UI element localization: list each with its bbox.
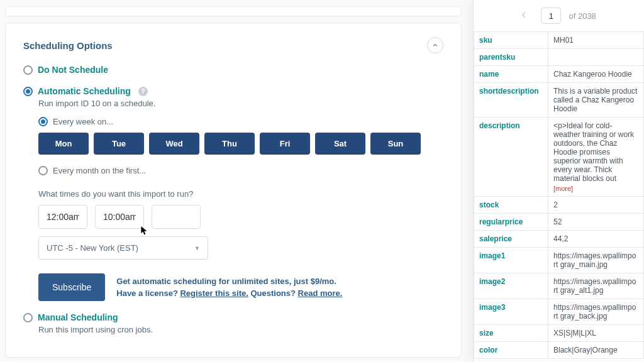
table-row: sizeXS|S|M|L|XL bbox=[474, 325, 644, 342]
day-buttons: Mon Tue Wed Thu Fri Sat Sun bbox=[38, 133, 443, 155]
register-site-link[interactable]: Register this site. bbox=[180, 288, 248, 298]
timezone-value: UTC -5 - New York (EST) bbox=[47, 243, 138, 253]
field-value bbox=[548, 49, 644, 66]
record-sidebar: ‹ of 2038 skuMH01parentskunameChaz Kange… bbox=[473, 0, 644, 362]
panel-title: Scheduling Options bbox=[23, 40, 113, 51]
table-row: description<p>Ideal for cold-weather tra… bbox=[474, 118, 644, 197]
table-row: image1https://images.wpallimport gray_ma… bbox=[474, 248, 644, 273]
table-row: regularprice52 bbox=[474, 214, 644, 231]
time-input-1[interactable] bbox=[38, 205, 87, 229]
chevron-down-icon: ▼ bbox=[194, 245, 200, 251]
field-value: XS|S|M|L|XL bbox=[548, 325, 644, 342]
day-thu[interactable]: Thu bbox=[204, 133, 255, 155]
field-key: image3 bbox=[474, 299, 548, 325]
radio-weekly[interactable] bbox=[38, 117, 48, 126]
day-fri[interactable]: Fri bbox=[260, 133, 310, 155]
read-more-link[interactable]: Read more. bbox=[298, 288, 343, 298]
field-key: image1 bbox=[474, 248, 548, 273]
field-value: MH01 bbox=[548, 32, 644, 49]
field-value: 44,2 bbox=[548, 231, 644, 248]
radio-do-not-schedule[interactable] bbox=[23, 65, 33, 75]
day-sat[interactable]: Sat bbox=[315, 133, 365, 155]
time-input-3[interactable] bbox=[152, 205, 201, 229]
field-key: saleprice bbox=[474, 231, 548, 248]
monthly-label: Every month on the first... bbox=[53, 166, 146, 175]
field-value: https://images.wpallimport gray_back.jpg bbox=[548, 299, 644, 325]
day-mon[interactable]: Mon bbox=[38, 133, 89, 155]
field-key: regularprice bbox=[474, 214, 548, 231]
table-row: parentsku bbox=[474, 49, 644, 66]
automatic-desc: Run import ID 10 on a schedule. bbox=[38, 99, 443, 108]
subscribe-message: Get automatic scheduling for unlimited s… bbox=[116, 275, 342, 300]
field-value: <p>Ideal for cold-weather training or wo… bbox=[548, 118, 644, 197]
table-row: colorBlack|Gray|Orange bbox=[474, 342, 644, 359]
record-fields-table: skuMH01parentskunameChaz Kangeroo Hoodie… bbox=[474, 31, 644, 359]
pager: ‹ of 2038 bbox=[474, 0, 644, 31]
page-number-input[interactable] bbox=[541, 8, 561, 24]
do-not-schedule-label: Do Not Schedule bbox=[38, 65, 108, 75]
table-row: saleprice44,2 bbox=[474, 231, 644, 248]
top-panel-stub bbox=[5, 6, 462, 16]
table-row: skuMH01 bbox=[474, 32, 644, 49]
automatic-label: Automatic Scheduling bbox=[38, 86, 131, 96]
radio-automatic[interactable] bbox=[23, 87, 33, 96]
radio-monthly[interactable] bbox=[38, 166, 48, 175]
field-value: Chaz Kangeroo Hoodie bbox=[548, 66, 644, 83]
chevron-up-icon bbox=[431, 41, 439, 49]
table-row: image2https://images.wpallimport gray_al… bbox=[474, 273, 644, 299]
field-key: shortdescription bbox=[474, 83, 548, 118]
manual-desc: Run this import using cron jobs. bbox=[38, 325, 443, 334]
time-input-2[interactable] bbox=[95, 205, 144, 229]
pager-back-icon[interactable]: ‹ bbox=[521, 6, 526, 23]
field-value: Black|Gray|Orange bbox=[548, 342, 644, 359]
field-key: stock bbox=[474, 197, 548, 214]
timezone-select[interactable]: UTC -5 - New York (EST) ▼ bbox=[38, 236, 208, 260]
field-key: size bbox=[474, 325, 548, 342]
radio-manual[interactable] bbox=[23, 313, 33, 322]
day-sun[interactable]: Sun bbox=[370, 133, 421, 155]
field-value: https://images.wpallimport gray_alt1.jpg bbox=[548, 273, 644, 299]
field-key: description bbox=[474, 118, 548, 197]
weekly-label: Every week on... bbox=[53, 117, 113, 126]
field-value: https://images.wpallimport gray_main.jpg bbox=[548, 248, 644, 273]
field-key: parentsku bbox=[474, 49, 548, 66]
field-key: sku bbox=[474, 32, 548, 49]
day-wed[interactable]: Wed bbox=[149, 133, 199, 155]
table-row: image3https://images.wpallimport gray_ba… bbox=[474, 299, 644, 325]
day-tue[interactable]: Tue bbox=[94, 133, 144, 155]
field-key: color bbox=[474, 342, 548, 359]
times-question: What times do you want this import to ru… bbox=[38, 189, 443, 199]
table-row: nameChaz Kangeroo Hoodie bbox=[474, 66, 644, 83]
scheduling-panel: Scheduling Options Do Not Schedule Autom… bbox=[5, 23, 462, 358]
help-icon[interactable]: ? bbox=[138, 87, 148, 96]
field-value: 2 bbox=[548, 197, 644, 214]
subscribe-button[interactable]: Subscribe bbox=[38, 273, 105, 301]
table-row: shortdescriptionThis is a variable produ… bbox=[474, 83, 644, 118]
manual-label: Manual Scheduling bbox=[38, 312, 118, 322]
field-key: image2 bbox=[474, 273, 548, 299]
field-key: name bbox=[474, 66, 548, 83]
pager-total: of 2038 bbox=[569, 11, 596, 21]
more-link[interactable]: [more] bbox=[553, 185, 638, 192]
table-row: stock2 bbox=[474, 197, 644, 214]
field-value: 52 bbox=[548, 214, 644, 231]
main-area: Scheduling Options Do Not Schedule Autom… bbox=[0, 0, 473, 362]
field-value: This is a variable product called a Chaz… bbox=[548, 83, 644, 118]
collapse-button[interactable] bbox=[427, 37, 443, 53]
